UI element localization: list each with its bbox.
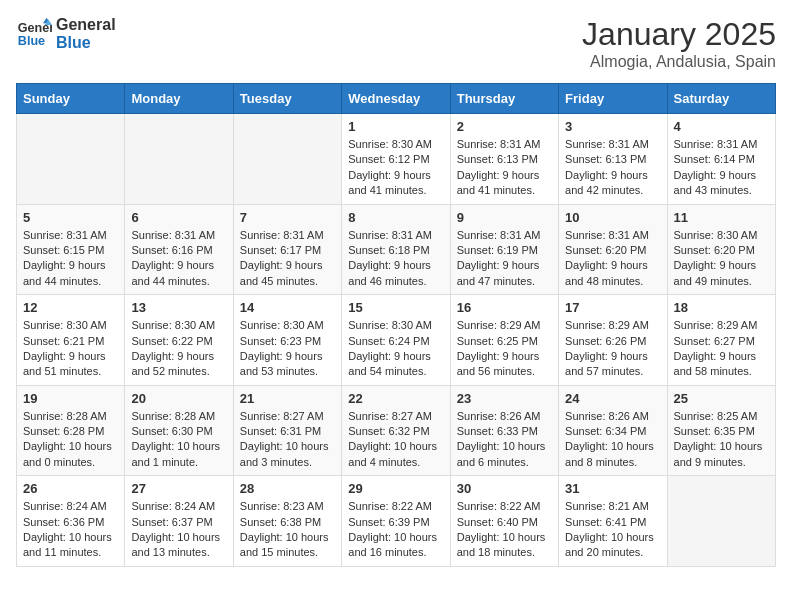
day-info: Sunrise: 8:31 AM Sunset: 6:20 PM Dayligh… bbox=[565, 228, 660, 290]
page-header: General Blue General Blue January 2025 A… bbox=[16, 16, 776, 71]
calendar-cell: 27Sunrise: 8:24 AM Sunset: 6:37 PM Dayli… bbox=[125, 476, 233, 567]
day-number: 25 bbox=[674, 391, 769, 406]
title-area: January 2025 Almogia, Andalusia, Spain bbox=[582, 16, 776, 71]
calendar-week-row: 26Sunrise: 8:24 AM Sunset: 6:36 PM Dayli… bbox=[17, 476, 776, 567]
calendar-cell: 29Sunrise: 8:22 AM Sunset: 6:39 PM Dayli… bbox=[342, 476, 450, 567]
calendar-cell: 30Sunrise: 8:22 AM Sunset: 6:40 PM Dayli… bbox=[450, 476, 558, 567]
day-number: 14 bbox=[240, 300, 335, 315]
calendar-cell: 21Sunrise: 8:27 AM Sunset: 6:31 PM Dayli… bbox=[233, 385, 341, 476]
day-number: 19 bbox=[23, 391, 118, 406]
calendar-cell: 13Sunrise: 8:30 AM Sunset: 6:22 PM Dayli… bbox=[125, 295, 233, 386]
calendar-cell: 10Sunrise: 8:31 AM Sunset: 6:20 PM Dayli… bbox=[559, 204, 667, 295]
calendar-cell: 20Sunrise: 8:28 AM Sunset: 6:30 PM Dayli… bbox=[125, 385, 233, 476]
day-number: 15 bbox=[348, 300, 443, 315]
day-number: 10 bbox=[565, 210, 660, 225]
day-number: 31 bbox=[565, 481, 660, 496]
day-number: 11 bbox=[674, 210, 769, 225]
calendar-table: SundayMondayTuesdayWednesdayThursdayFrid… bbox=[16, 83, 776, 567]
calendar-cell: 9Sunrise: 8:31 AM Sunset: 6:19 PM Daylig… bbox=[450, 204, 558, 295]
day-number: 29 bbox=[348, 481, 443, 496]
calendar-cell: 19Sunrise: 8:28 AM Sunset: 6:28 PM Dayli… bbox=[17, 385, 125, 476]
location-title: Almogia, Andalusia, Spain bbox=[582, 53, 776, 71]
day-number: 7 bbox=[240, 210, 335, 225]
calendar-cell bbox=[125, 114, 233, 205]
day-number: 12 bbox=[23, 300, 118, 315]
day-info: Sunrise: 8:29 AM Sunset: 6:27 PM Dayligh… bbox=[674, 318, 769, 380]
calendar-week-row: 5Sunrise: 8:31 AM Sunset: 6:15 PM Daylig… bbox=[17, 204, 776, 295]
calendar-cell: 16Sunrise: 8:29 AM Sunset: 6:25 PM Dayli… bbox=[450, 295, 558, 386]
day-info: Sunrise: 8:24 AM Sunset: 6:36 PM Dayligh… bbox=[23, 499, 118, 561]
calendar-cell: 4Sunrise: 8:31 AM Sunset: 6:14 PM Daylig… bbox=[667, 114, 775, 205]
day-number: 30 bbox=[457, 481, 552, 496]
calendar-cell: 5Sunrise: 8:31 AM Sunset: 6:15 PM Daylig… bbox=[17, 204, 125, 295]
calendar-cell: 23Sunrise: 8:26 AM Sunset: 6:33 PM Dayli… bbox=[450, 385, 558, 476]
logo: General Blue General Blue bbox=[16, 16, 116, 52]
day-info: Sunrise: 8:22 AM Sunset: 6:40 PM Dayligh… bbox=[457, 499, 552, 561]
calendar-cell: 31Sunrise: 8:21 AM Sunset: 6:41 PM Dayli… bbox=[559, 476, 667, 567]
day-info: Sunrise: 8:29 AM Sunset: 6:26 PM Dayligh… bbox=[565, 318, 660, 380]
calendar-header-row: SundayMondayTuesdayWednesdayThursdayFrid… bbox=[17, 84, 776, 114]
day-info: Sunrise: 8:28 AM Sunset: 6:28 PM Dayligh… bbox=[23, 409, 118, 471]
calendar-cell: 26Sunrise: 8:24 AM Sunset: 6:36 PM Dayli… bbox=[17, 476, 125, 567]
weekday-header: Sunday bbox=[17, 84, 125, 114]
calendar-week-row: 19Sunrise: 8:28 AM Sunset: 6:28 PM Dayli… bbox=[17, 385, 776, 476]
calendar-cell bbox=[667, 476, 775, 567]
day-number: 13 bbox=[131, 300, 226, 315]
day-info: Sunrise: 8:30 AM Sunset: 6:12 PM Dayligh… bbox=[348, 137, 443, 199]
day-info: Sunrise: 8:25 AM Sunset: 6:35 PM Dayligh… bbox=[674, 409, 769, 471]
day-number: 28 bbox=[240, 481, 335, 496]
logo-blue: Blue bbox=[56, 34, 116, 52]
day-number: 6 bbox=[131, 210, 226, 225]
calendar-cell: 2Sunrise: 8:31 AM Sunset: 6:13 PM Daylig… bbox=[450, 114, 558, 205]
day-info: Sunrise: 8:30 AM Sunset: 6:21 PM Dayligh… bbox=[23, 318, 118, 380]
day-number: 22 bbox=[348, 391, 443, 406]
day-number: 4 bbox=[674, 119, 769, 134]
day-info: Sunrise: 8:26 AM Sunset: 6:33 PM Dayligh… bbox=[457, 409, 552, 471]
calendar-cell: 15Sunrise: 8:30 AM Sunset: 6:24 PM Dayli… bbox=[342, 295, 450, 386]
calendar-cell: 24Sunrise: 8:26 AM Sunset: 6:34 PM Dayli… bbox=[559, 385, 667, 476]
day-info: Sunrise: 8:28 AM Sunset: 6:30 PM Dayligh… bbox=[131, 409, 226, 471]
day-info: Sunrise: 8:31 AM Sunset: 6:16 PM Dayligh… bbox=[131, 228, 226, 290]
day-info: Sunrise: 8:31 AM Sunset: 6:13 PM Dayligh… bbox=[565, 137, 660, 199]
calendar-cell: 3Sunrise: 8:31 AM Sunset: 6:13 PM Daylig… bbox=[559, 114, 667, 205]
day-number: 2 bbox=[457, 119, 552, 134]
logo-general: General bbox=[56, 16, 116, 34]
calendar-cell bbox=[233, 114, 341, 205]
calendar-cell: 17Sunrise: 8:29 AM Sunset: 6:26 PM Dayli… bbox=[559, 295, 667, 386]
calendar-cell: 6Sunrise: 8:31 AM Sunset: 6:16 PM Daylig… bbox=[125, 204, 233, 295]
day-info: Sunrise: 8:31 AM Sunset: 6:19 PM Dayligh… bbox=[457, 228, 552, 290]
day-number: 26 bbox=[23, 481, 118, 496]
day-number: 5 bbox=[23, 210, 118, 225]
month-title: January 2025 bbox=[582, 16, 776, 53]
day-info: Sunrise: 8:22 AM Sunset: 6:39 PM Dayligh… bbox=[348, 499, 443, 561]
day-number: 27 bbox=[131, 481, 226, 496]
day-number: 23 bbox=[457, 391, 552, 406]
weekday-header: Wednesday bbox=[342, 84, 450, 114]
day-number: 20 bbox=[131, 391, 226, 406]
day-number: 21 bbox=[240, 391, 335, 406]
day-number: 1 bbox=[348, 119, 443, 134]
day-info: Sunrise: 8:26 AM Sunset: 6:34 PM Dayligh… bbox=[565, 409, 660, 471]
calendar-cell: 22Sunrise: 8:27 AM Sunset: 6:32 PM Dayli… bbox=[342, 385, 450, 476]
day-info: Sunrise: 8:31 AM Sunset: 6:18 PM Dayligh… bbox=[348, 228, 443, 290]
day-number: 8 bbox=[348, 210, 443, 225]
day-info: Sunrise: 8:30 AM Sunset: 6:24 PM Dayligh… bbox=[348, 318, 443, 380]
calendar-cell: 12Sunrise: 8:30 AM Sunset: 6:21 PM Dayli… bbox=[17, 295, 125, 386]
calendar-cell: 25Sunrise: 8:25 AM Sunset: 6:35 PM Dayli… bbox=[667, 385, 775, 476]
day-info: Sunrise: 8:24 AM Sunset: 6:37 PM Dayligh… bbox=[131, 499, 226, 561]
calendar-cell: 28Sunrise: 8:23 AM Sunset: 6:38 PM Dayli… bbox=[233, 476, 341, 567]
day-number: 3 bbox=[565, 119, 660, 134]
calendar-cell: 14Sunrise: 8:30 AM Sunset: 6:23 PM Dayli… bbox=[233, 295, 341, 386]
day-info: Sunrise: 8:27 AM Sunset: 6:31 PM Dayligh… bbox=[240, 409, 335, 471]
day-number: 24 bbox=[565, 391, 660, 406]
day-info: Sunrise: 8:23 AM Sunset: 6:38 PM Dayligh… bbox=[240, 499, 335, 561]
weekday-header: Saturday bbox=[667, 84, 775, 114]
weekday-header: Thursday bbox=[450, 84, 558, 114]
day-info: Sunrise: 8:27 AM Sunset: 6:32 PM Dayligh… bbox=[348, 409, 443, 471]
day-number: 16 bbox=[457, 300, 552, 315]
day-info: Sunrise: 8:29 AM Sunset: 6:25 PM Dayligh… bbox=[457, 318, 552, 380]
day-info: Sunrise: 8:31 AM Sunset: 6:17 PM Dayligh… bbox=[240, 228, 335, 290]
day-info: Sunrise: 8:30 AM Sunset: 6:23 PM Dayligh… bbox=[240, 318, 335, 380]
calendar-week-row: 12Sunrise: 8:30 AM Sunset: 6:21 PM Dayli… bbox=[17, 295, 776, 386]
logo-icon: General Blue bbox=[16, 16, 52, 52]
